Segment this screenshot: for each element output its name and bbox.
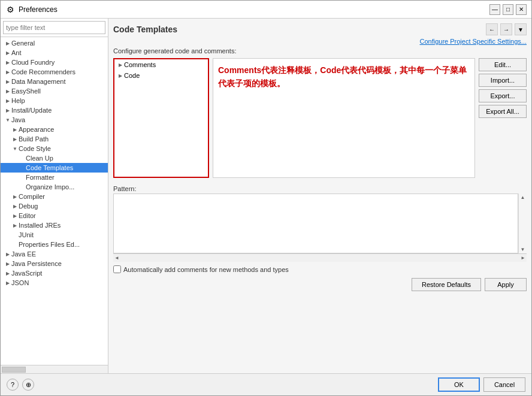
sidebar-item-code-templates[interactable]: Code Templates [1, 163, 108, 173]
restore-defaults-button[interactable]: Restore Defaults [412, 278, 481, 291]
sidebar-item-junit[interactable]: JUnit [1, 230, 108, 240]
ok-button[interactable]: OK [438, 377, 480, 392]
sidebar-item-ant[interactable]: Ant [1, 48, 108, 58]
panel-title: Code Templates [113, 25, 177, 34]
edit-button[interactable]: Edit... [479, 58, 527, 71]
auto-comments-checkbox[interactable] [113, 265, 121, 273]
pattern-label: Pattern: [113, 185, 527, 192]
sidebar-item-compiler[interactable]: Compiler [1, 192, 108, 201]
sidebar-item-install-update[interactable]: Install/Update [1, 105, 108, 115]
bottom-right-controls: OK Cancel [438, 377, 525, 392]
action-buttons: Edit... Import... Export... Export All..… [479, 58, 527, 178]
sidebar-item-code-recommenders[interactable]: Code Recommenders [1, 67, 108, 77]
preferences-window: ⚙ Preferences — □ ✕ General Ant [0, 0, 532, 396]
scroll-right-icon: ► [521, 255, 525, 261]
sidebar-item-formatter[interactable]: Formatter [1, 173, 108, 182]
code-label: Code [124, 72, 140, 79]
sidebar-item-data-management[interactable]: Data Management [1, 77, 108, 86]
arrow-icon [4, 59, 11, 66]
sidebar-item-clean-up[interactable]: Clean Up [1, 153, 108, 163]
config-project-link[interactable]: Configure Project Specific Settings... [113, 38, 527, 45]
sidebar-item-editor[interactable]: Editor [1, 211, 108, 220]
sidebar-scrollbar[interactable] [1, 365, 108, 373]
sidebar-item-cloud-foundry[interactable]: Cloud Foundry [1, 58, 108, 67]
menu-button[interactable]: ▼ [515, 23, 527, 35]
bottom-bar: ? ⊕ OK Cancel [1, 373, 531, 395]
sidebar-item-build-path[interactable]: Build Path [1, 134, 108, 144]
pattern-textarea[interactable] [113, 194, 518, 253]
arrow-icon [4, 260, 11, 267]
sidebar-item-easyshell[interactable]: EasyShell [1, 86, 108, 96]
info-icon[interactable]: ⊕ [22, 379, 34, 391]
sidebar-item-installed-jres[interactable]: Installed JREs [1, 220, 108, 230]
search-input[interactable] [3, 21, 105, 34]
forward-button[interactable]: → [500, 23, 512, 35]
arrow-icon [11, 145, 19, 152]
sidebar-item-appearance[interactable]: Appearance [1, 125, 108, 134]
export-button[interactable]: Export... [479, 89, 527, 102]
tree-view: General Ant Cloud Foundry Code Recommend… [1, 37, 108, 365]
window-icon: ⚙ [5, 5, 15, 14]
arrow-icon [4, 270, 11, 277]
arrow-icon [4, 40, 11, 47]
maximize-button[interactable]: □ [503, 4, 513, 15]
minimize-button[interactable]: — [489, 4, 500, 15]
code-arrow-icon [117, 72, 124, 79]
description-panel: Comments代表注释模板，Code代表代码模板，其中每一个子菜单代表子项的模… [213, 58, 475, 178]
template-area: Comments Code Comments代表注释模板，Code代表代码模板，… [113, 58, 527, 178]
arrow-icon [4, 78, 11, 85]
template-code-item[interactable]: Code [114, 70, 208, 81]
pattern-section: Pattern: ▲ ▼ ◄ ► [113, 185, 527, 262]
panel-header: Code Templates ← → ▼ [113, 23, 527, 35]
sidebar: General Ant Cloud Foundry Code Recommend… [1, 19, 108, 373]
sidebar-item-java[interactable]: Java [1, 115, 108, 125]
bottom-left-controls: ? ⊕ [7, 379, 34, 391]
sidebar-item-java-ee[interactable]: Java EE [1, 249, 108, 259]
checkbox-row: Automatically add comments for new metho… [113, 265, 527, 273]
cancel-button[interactable]: Cancel [483, 377, 525, 392]
sidebar-item-java-persistence[interactable]: Java Persistence [1, 259, 108, 268]
sidebar-item-properties-files[interactable]: Properties Files Ed... [1, 240, 108, 249]
sidebar-item-help[interactable]: Help [1, 96, 108, 105]
arrow-icon [4, 68, 11, 75]
arrow-icon [4, 97, 11, 104]
scroll-left-icon: ◄ [114, 255, 119, 261]
title-bar: ⚙ Preferences — □ ✕ [1, 1, 531, 19]
annotation-text: Comments代表注释模板，Code代表代码模板，其中每一个子菜单代表子项的模… [218, 64, 470, 90]
arrow-icon [4, 116, 11, 123]
help-icon[interactable]: ? [7, 379, 19, 391]
content-area: General Ant Cloud Foundry Code Recommend… [1, 19, 531, 373]
arrow-icon [11, 193, 19, 200]
pattern-scrollbar: ▲ ▼ [518, 194, 527, 253]
arrow-icon [4, 107, 11, 114]
import-button[interactable]: Import... [479, 74, 527, 87]
template-comments-item[interactable]: Comments [114, 59, 208, 70]
close-button[interactable]: ✕ [516, 4, 527, 15]
sidebar-item-json[interactable]: JSON [1, 278, 108, 288]
apply-button[interactable]: Apply [485, 278, 527, 291]
arrow-icon [11, 222, 19, 229]
sidebar-scroll-thumb [2, 367, 26, 373]
auto-comments-label: Automatically add comments for new metho… [123, 266, 289, 273]
comments-label: Comments [124, 61, 156, 68]
arrow-icon [4, 87, 11, 95]
window-controls: — □ ✕ [489, 4, 527, 15]
export-all-button[interactable]: Export All... [479, 105, 527, 118]
sidebar-item-organize-imports[interactable]: Organize Impo... [1, 182, 108, 192]
scroll-up-icon: ▲ [521, 195, 525, 200]
arrow-icon [11, 135, 19, 143]
pattern-wrapper: ▲ ▼ [113, 194, 527, 253]
sidebar-item-debug[interactable]: Debug [1, 201, 108, 211]
panel-toolbar: ← → ▼ [486, 23, 527, 35]
sidebar-item-javascript[interactable]: JavaScript [1, 268, 108, 278]
horizontal-scrollbar: ◄ ► [113, 253, 527, 262]
apply-row: Restore Defaults Apply [113, 278, 527, 291]
comments-arrow-icon [117, 61, 124, 68]
arrow-icon [11, 126, 19, 133]
arrow-icon [4, 49, 11, 56]
scroll-down-icon: ▼ [521, 247, 525, 252]
sidebar-item-general[interactable]: General [1, 38, 108, 48]
window-title: Preferences [19, 5, 489, 14]
back-button[interactable]: ← [486, 23, 498, 35]
sidebar-item-code-style[interactable]: Code Style [1, 144, 108, 153]
